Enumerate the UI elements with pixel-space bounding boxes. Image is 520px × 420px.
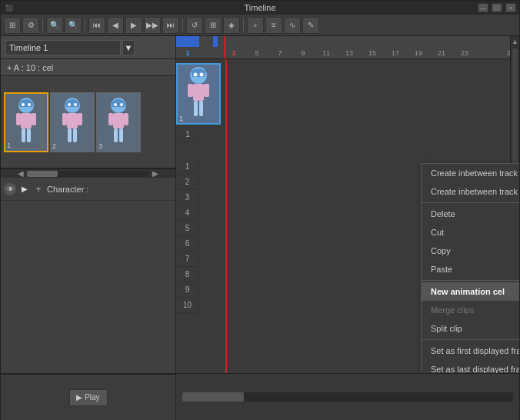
svg-point-17 (74, 103, 77, 106)
toolbar-btn-prev-frame[interactable]: ◀ (107, 17, 124, 34)
frame-row-1: 1 (176, 127, 199, 142)
scroll-up-arrow[interactable]: ▲ (511, 36, 519, 47)
minimize-button[interactable]: — (478, 3, 488, 12)
timeline-cel-frame-num: 1 (179, 115, 183, 122)
left-frame-3: 3 (176, 190, 198, 205)
svg-rect-19 (112, 102, 125, 107)
ctx-sep-3 (422, 339, 519, 340)
toolbar-btn-play[interactable]: ▶ (125, 17, 142, 34)
toolbar-btn-settings[interactable]: ⚙ (22, 17, 39, 34)
toolbar: ⊞ ⚙ 🔍 🔍 ⏮ ◀ ▶ ▶▶ ⏭ ↺ ⊞ ◈ ＋ ≡ ∿ ✎ (1, 15, 519, 36)
ctx-create-inbetween-filled[interactable]: Create inbetween track label "◑" (422, 182, 519, 201)
left-frame-2: 2 (176, 175, 198, 190)
frame-numbers-overlay: 1 (176, 127, 199, 142)
left-panel: Timeline 1 ▼ + A : 10 : cel (1, 36, 176, 373)
left-frame-5: 5 (176, 221, 198, 236)
toolbar-btn-options[interactable]: ≡ (265, 17, 282, 34)
playback-button[interactable]: ▶ Play (69, 389, 108, 406)
ctx-set-first-frame[interactable]: Set as first displayed frame (422, 342, 519, 360)
context-menu: Create inbetween track label "○" Create … (421, 163, 519, 373)
ctx-paste[interactable]: Paste (422, 260, 519, 278)
scroll-right-arrow[interactable]: ▶ (149, 169, 162, 178)
ctx-create-inbetween-empty[interactable]: Create inbetween track label "○" (422, 164, 519, 182)
window-icon: ⬛ (4, 3, 15, 12)
toolbar-btn-loop[interactable]: ↺ (186, 17, 203, 34)
ctx-cut[interactable]: Cut (422, 223, 519, 242)
ruler-tick-19: 19 (407, 49, 430, 57)
left-frame-9: 9 (176, 282, 198, 298)
ctx-split-clip[interactable]: Split clip (422, 319, 519, 338)
toolbar-btn-grid[interactable]: ⊞ (205, 17, 222, 34)
ctx-sep-1 (422, 202, 519, 203)
svg-rect-12 (62, 113, 67, 125)
toolbar-btn-new[interactable]: ⊞ (4, 17, 21, 34)
bottom-scroll-track[interactable] (182, 392, 513, 402)
ruler-tick-9: 9 (292, 49, 315, 57)
ruler-tick-15: 15 (361, 49, 384, 57)
toolbar-btn-prev-key[interactable]: ⏮ (88, 17, 105, 34)
frame-range-start (176, 36, 199, 47)
svg-rect-5 (22, 128, 25, 142)
svg-rect-21 (108, 113, 113, 125)
svg-rect-11 (67, 113, 78, 128)
toolbar-btn-next-frame[interactable]: ▶▶ (144, 17, 161, 34)
maximize-button[interactable]: □ (492, 3, 502, 12)
svg-rect-4 (32, 113, 36, 125)
track-dropdown[interactable]: ▼ (122, 40, 135, 55)
bottom-scroll-thumb[interactable] (182, 392, 244, 402)
timeline-cel-main[interactable]: 1 (176, 63, 221, 125)
ctx-sep-2 (422, 280, 519, 281)
ruler-numbers: 1 3 5 7 9 11 13 15 17 19 21 23 27 (176, 36, 519, 58)
toolbar-btn-add-track[interactable]: ＋ (247, 17, 264, 34)
ctx-new-animation-cel[interactable]: New animation cel (422, 282, 519, 301)
track-playhead (225, 59, 227, 373)
add-layer-icon[interactable]: + (33, 184, 44, 195)
svg-rect-14 (68, 128, 72, 142)
timeline-window: ⬛ Timeline — □ × ⊞ ⚙ 🔍 🔍 ⏮ ◀ ▶ ▶▶ ⏭ ↺ ⊞ … (0, 0, 520, 420)
ctx-copy[interactable]: Copy (422, 242, 519, 260)
toolbar-btn-onion[interactable]: ◈ (223, 17, 240, 34)
svg-rect-2 (21, 113, 32, 128)
toolbar-btn-curve[interactable]: ∿ (284, 17, 301, 34)
ruler-tick-23: 23 (453, 49, 476, 57)
ctx-set-last-frame[interactable]: Set as last displayed frame (422, 360, 519, 373)
main-content: Timeline 1 ▼ + A : 10 : cel (1, 36, 519, 373)
toolbar-btn-next-key[interactable]: ⏭ (162, 17, 179, 34)
cel-num-2: 2 (52, 142, 56, 150)
window-title: Timeline (42, 3, 478, 12)
left-frame-1: 1 (176, 159, 198, 175)
toolbar-btn-zoom-in[interactable]: 🔍 (65, 17, 82, 34)
ctx-delete[interactable]: Delete (422, 205, 519, 223)
scroll-left-arrow[interactable]: ◀ (15, 169, 27, 178)
visibility-toggle[interactable]: 👁 (4, 183, 16, 195)
layer-list: 👁 ▶ + Character : (1, 178, 175, 373)
svg-rect-3 (16, 113, 21, 125)
cel-scroll-track[interactable] (27, 171, 149, 177)
collapse-icon[interactable]: ▶ (19, 184, 30, 195)
cel-thumb-2[interactable]: 2 (50, 92, 95, 152)
cel-label: + A : 10 : cel (7, 63, 53, 72)
svg-rect-33 (199, 101, 203, 116)
timeline-panel: 1 3 5 7 9 11 13 15 17 19 21 23 27 (176, 36, 519, 373)
track-name-input[interactable]: Timeline 1 (5, 40, 121, 55)
bottom-area: ▶ Play (1, 373, 519, 419)
left-frame-10: 10 (176, 298, 198, 313)
toolbar-btn-zoom-out[interactable]: 🔍 (46, 17, 63, 34)
frame-ruler: 1 3 5 7 9 11 13 15 17 19 21 23 27 (176, 36, 519, 59)
toolbar-sep-2 (85, 18, 85, 32)
toolbar-btn-edit[interactable]: ✎ (302, 17, 319, 34)
title-bar: ⬛ Timeline — □ × (1, 1, 519, 15)
ruler-tick-5: 5 (245, 49, 268, 57)
ruler-tick-11: 11 (315, 49, 338, 57)
ctx-merge-clips[interactable]: Merge clips (422, 301, 519, 319)
cel-scroll-thumb[interactable] (27, 171, 58, 177)
close-button[interactable]: × (505, 3, 516, 12)
layer-row-character[interactable]: 👁 ▶ + Character : (1, 178, 175, 201)
ruler-tick-3: 3 (222, 49, 245, 57)
layer-name: Character : (47, 185, 88, 194)
cel-thumb-3[interactable]: 3 (96, 92, 141, 152)
svg-point-26 (120, 103, 123, 106)
window-controls: — □ × (478, 3, 516, 12)
cel-thumb-1[interactable]: 1 (4, 92, 48, 152)
left-bottom-panel: ▶ Play (1, 374, 176, 420)
